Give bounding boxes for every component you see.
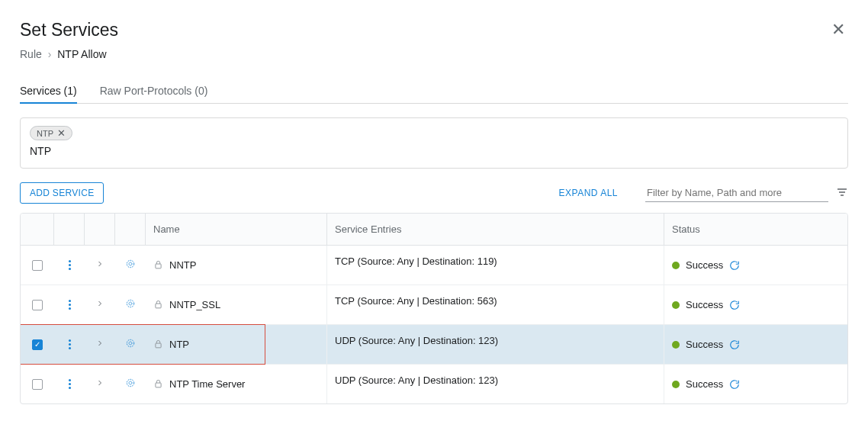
tab-bar: Services (1) Raw Port-Protocols (0): [20, 79, 848, 104]
tab-raw-port-protocols[interactable]: Raw Port-Protocols (0): [100, 79, 208, 103]
breadcrumb-root[interactable]: Rule: [20, 48, 42, 60]
row-name: NTP Time Server: [169, 378, 245, 390]
services-table: Name Service Entries Status NNTP TCP: [20, 213, 848, 404]
row-entries: UDP (Source: Any | Destination: 123): [335, 335, 498, 346]
row-checkbox-cell: [21, 246, 54, 285]
page-title: Set Services: [20, 20, 118, 40]
close-icon[interactable]: ✕: [57, 127, 66, 139]
row-status: Success: [686, 378, 723, 390]
chevron-right-icon[interactable]: [95, 378, 104, 390]
table-row[interactable]: ✓ NTP UDP (Source: Any | Destination: 12…: [21, 325, 847, 365]
row-menu-cell: [54, 285, 85, 324]
col-checkbox: [21, 214, 54, 245]
breadcrumb-current: NTP Allow: [57, 48, 106, 60]
row-menu-cell: [54, 365, 85, 403]
row-entries-cell: TCP (Source: Any | Destination: 563): [327, 285, 664, 324]
refresh-icon[interactable]: [729, 339, 740, 350]
row-name: NNTP: [169, 259, 196, 271]
col-label: Status: [672, 223, 700, 235]
service-icon: [124, 337, 137, 352]
row-status: Success: [686, 259, 723, 271]
filter-input[interactable]: [645, 184, 828, 201]
tab-services[interactable]: Services (1): [20, 79, 77, 103]
chevron-right-icon: ›: [48, 48, 52, 60]
col-entries-header: Service Entries: [327, 214, 664, 245]
row-expand-cell: [85, 285, 115, 324]
tab-count: 1: [67, 85, 73, 97]
row-name-cell: NNTP: [146, 246, 327, 285]
row-entries: UDP (Source: Any | Destination: 123): [335, 375, 498, 386]
expand-all-button[interactable]: EXPAND ALL: [559, 188, 618, 198]
tab-count: 0: [198, 85, 204, 97]
row-expand-cell: [85, 325, 115, 364]
chevron-right-icon[interactable]: [95, 259, 104, 271]
row-status-cell: Success: [664, 365, 847, 403]
table-header: Name Service Entries Status: [21, 214, 847, 246]
kebab-icon[interactable]: [66, 335, 74, 354]
breadcrumb: Rule › NTP Allow: [20, 48, 118, 60]
row-checkbox-cell: [21, 285, 54, 324]
col-expand: [85, 214, 115, 245]
row-entries-cell: TCP (Source: Any | Destination: 119): [327, 246, 664, 285]
tab-label: Raw Port-Protocols: [100, 85, 192, 97]
lock-icon: [153, 379, 163, 389]
refresh-icon[interactable]: [729, 300, 740, 310]
row-expand-cell: [85, 365, 115, 403]
row-menu-cell: [54, 246, 85, 285]
kebab-icon[interactable]: [66, 295, 74, 314]
col-label: Name: [153, 223, 180, 235]
status-dot-icon: [672, 341, 680, 349]
lock-icon: [153, 300, 163, 310]
add-service-button[interactable]: ADD SERVICE: [20, 182, 104, 204]
service-icon: [124, 297, 137, 312]
filter-chip[interactable]: NTP ✕: [30, 126, 72, 140]
checkbox[interactable]: [32, 300, 43, 310]
table-row[interactable]: NTP Time Server UDP (Source: Any | Desti…: [21, 365, 847, 403]
checkbox[interactable]: [32, 260, 43, 271]
lock-icon: [153, 339, 163, 349]
row-status: Success: [686, 339, 723, 350]
row-expand-cell: [85, 246, 115, 285]
row-menu-cell: [54, 325, 85, 364]
checkbox[interactable]: ✓: [32, 339, 43, 350]
table-row[interactable]: NNTP TCP (Source: Any | Destination: 119…: [21, 246, 847, 285]
kebab-icon[interactable]: [66, 375, 74, 394]
row-checkbox-cell: [21, 365, 54, 403]
row-type-icon-cell: [115, 325, 146, 364]
row-type-icon-cell: [115, 365, 146, 403]
filter-chip-label: NTP: [37, 129, 53, 138]
col-actions: [54, 214, 85, 245]
row-status-cell: Success: [664, 285, 847, 324]
refresh-icon[interactable]: [729, 260, 740, 271]
row-status-cell: Success: [664, 246, 847, 285]
table-row[interactable]: NNTP_SSL TCP (Source: Any | Destination:…: [21, 285, 847, 325]
col-icon: [115, 214, 146, 245]
filter-icon[interactable]: [836, 186, 848, 201]
row-name-cell: NNTP_SSL: [146, 285, 327, 324]
close-icon[interactable]: ✕: [828, 20, 848, 40]
row-name: NTP: [169, 339, 189, 350]
row-entries-cell: UDP (Source: Any | Destination: 123): [327, 365, 664, 403]
status-dot-icon: [672, 301, 680, 309]
row-entries-cell: UDP (Source: Any | Destination: 123): [327, 325, 664, 364]
row-status-cell: Success: [664, 325, 847, 364]
checkbox[interactable]: [32, 379, 43, 390]
refresh-icon[interactable]: [729, 379, 740, 390]
row-name: NNTP_SSL: [169, 299, 220, 310]
row-entries: TCP (Source: Any | Destination: 563): [335, 295, 497, 307]
row-name-cell: NTP Time Server: [146, 365, 327, 403]
row-name-cell: NTP: [146, 325, 327, 364]
chevron-right-icon[interactable]: [95, 299, 104, 310]
col-name-header: Name: [146, 214, 327, 245]
row-entries: TCP (Source: Any | Destination: 119): [335, 256, 497, 267]
row-type-icon-cell: [115, 246, 146, 285]
chevron-right-icon[interactable]: [95, 339, 104, 350]
kebab-icon[interactable]: [66, 256, 74, 275]
status-dot-icon: [672, 262, 680, 269]
filter-text[interactable]: NTP: [30, 145, 838, 157]
row-checkbox-cell: ✓: [21, 325, 54, 364]
status-dot-icon: [672, 381, 680, 388]
col-status-header: Status: [664, 214, 847, 245]
col-label: Service Entries: [335, 223, 401, 235]
filter-box: NTP ✕ NTP: [20, 117, 848, 169]
